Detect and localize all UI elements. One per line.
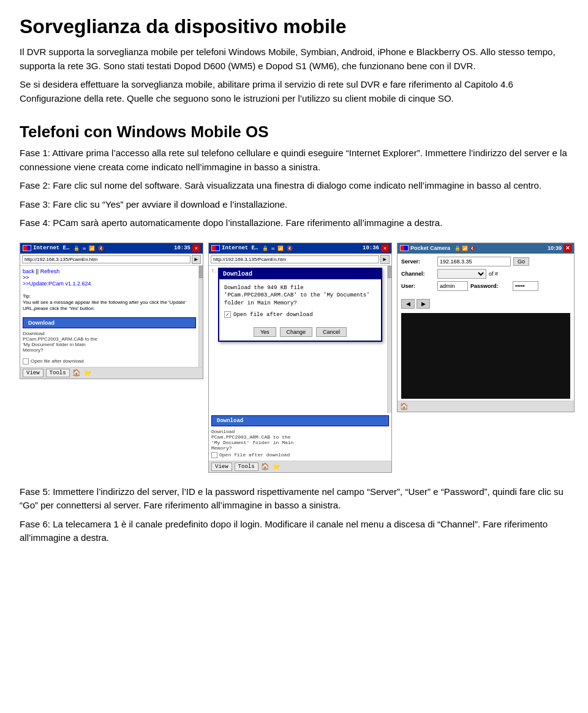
screen1-checkbox[interactable]	[23, 358, 29, 364]
dialog-checkbox[interactable]: ✓	[224, 311, 231, 318]
user-input[interactable]	[437, 281, 468, 291]
section1-p2: Fase 2: Fare clic sul nome del software.…	[20, 179, 568, 193]
refresh-link[interactable]: Refresh	[40, 268, 60, 274]
section1-p4: Fase 4: PCam sarà aperto automaticamente…	[20, 216, 568, 230]
screen3-time: 10:39	[548, 245, 562, 251]
section2-p5: Fase 5: Immettere l’indirizzo del server…	[20, 485, 568, 513]
screenshots-row: Internet E… 🔒 ✉ 📶 🔇 10:35 ✕ ▶ back || Re…	[20, 243, 568, 473]
intro-paragraph-1: Il DVR supporta la sorveglianza mobile p…	[20, 45, 568, 73]
screen2-open-after: Open file after download	[219, 452, 290, 458]
screen2-bottom-bar: View Tools 🏠 ⭐	[209, 461, 391, 472]
screen2-bottom-content: Download Download PCam.PPC2003_ARM.CAB t…	[209, 413, 391, 461]
of-label: of #	[489, 271, 498, 277]
screen2-scroll-thumb[interactable]	[388, 266, 392, 278]
screen1-bottom-bar: View Tools 🏠 ⭐	[20, 367, 203, 379]
section1-title: Telefoni con Windows Mobile OS	[20, 123, 568, 141]
back-link[interactable]: back	[23, 268, 34, 274]
screen3-flag-icon	[400, 245, 409, 251]
screen1-scrollbar[interactable]	[198, 266, 203, 367]
dialog-change-btn[interactable]: Change	[280, 327, 313, 337]
screen2-tools-btn[interactable]: Tools	[235, 462, 258, 471]
screen3-home-icon[interactable]: 🏠	[400, 402, 409, 410]
dialog-checkbox-label: Open file after download	[233, 311, 313, 319]
prev-btn[interactable]: ◀	[401, 299, 415, 309]
screen2-icons: 🔒 ✉ 📶 🔇	[262, 246, 292, 251]
screen1-star-icon[interactable]: ⭐	[83, 369, 92, 377]
screen3-form: Server: Go Channel: of # User: Password:	[398, 254, 574, 296]
screen3-nav-buttons: ◀ ▶	[398, 296, 574, 311]
screen2-close-icon[interactable]: ✕	[381, 244, 389, 252]
screen3-channel-row: Channel: of #	[401, 269, 570, 279]
download-dialog: Download Download the 949 KB file 'PCam.…	[218, 268, 382, 342]
windows-flag-icon	[23, 245, 31, 251]
screen2-scrollbar[interactable]	[387, 266, 391, 413]
screen3-server-row: Server: Go	[401, 257, 570, 266]
screen3-container: Pocket Camera 🔒 📶 🔇 10:39 ✕ Server: Go C…	[397, 243, 575, 412]
screen2-checkbox[interactable]	[211, 452, 217, 458]
screen1-go-btn[interactable]: ▶	[192, 255, 201, 264]
screen3-bottom-bar: 🏠	[398, 401, 574, 412]
tip-text: Tip:You will see a message appear like t…	[23, 293, 186, 311]
section1-p3: Fase 3: Fare clic su “Yes” per avviare i…	[20, 198, 568, 212]
screen2-titlebar: Internet E… 🔒 ✉ 📶 🔇 10:36 ✕	[209, 243, 391, 254]
screen3-user-row: User: Password:	[401, 281, 570, 291]
password-label: Password:	[470, 283, 510, 289]
section2-p6: Fase 6: La telecamera 1 è il canale pred…	[20, 518, 568, 545]
screen1-scroll-thumb[interactable]	[199, 266, 203, 278]
screen3-video-area	[401, 313, 570, 399]
screen1-home-icon[interactable]: 🏠	[72, 369, 81, 377]
channel-label: Channel:	[401, 271, 435, 277]
screen1-container: Internet E… 🔒 ✉ 📶 🔇 10:35 ✕ ▶ back || Re…	[20, 243, 203, 379]
screen1-open-after: Open file after download	[31, 358, 84, 364]
screen2-title-text: Internet E…	[222, 245, 258, 251]
dialog-title: Download	[219, 269, 381, 279]
screen1-download-info: Download PCam.PPC2003_ARM.CAB to the 'My…	[23, 331, 196, 364]
screen2-url-input[interactable]	[211, 255, 379, 263]
screen1-tools-btn[interactable]: Tools	[46, 369, 70, 377]
dialog-body-text: Download the 949 KB file 'PCam.PPC2003_A…	[224, 285, 370, 306]
screen3-title-text: Pocket Camera	[410, 245, 450, 251]
screen2-time: 10:36	[363, 245, 379, 251]
section1-p1: Fase 1: Attivare prima l’accesso alla re…	[20, 146, 568, 174]
screen3-status-icons: 🔒 📶 🔇	[454, 246, 475, 251]
screen2-blue-btn[interactable]: Download	[211, 415, 389, 426]
server-input[interactable]	[437, 257, 511, 266]
screen1-title-text: Internet E…	[33, 245, 69, 251]
screen2-container: Internet E… 🔒 ✉ 📶 🔇 10:36 ✕ ▶ T... Downl…	[208, 243, 392, 473]
screen1-view-btn[interactable]: View	[23, 369, 43, 377]
screen1-content-wrap: back || Refresh >> >>Update:PCam v1.1.2.…	[20, 266, 203, 367]
screen3-titlebar: Pocket Camera 🔒 📶 🔇 10:39 ✕	[398, 243, 574, 254]
update-link[interactable]: >>Update:PCam v1.1.2.624	[23, 281, 91, 287]
next-btn[interactable]: ▶	[417, 299, 430, 309]
arrow1: >>	[23, 274, 29, 281]
page-title: Sorveglianza da dispositivo mobile	[20, 15, 568, 38]
screen2-flag-icon	[211, 245, 220, 251]
screen2-download-info: Download PCam.PPC2003_ARM.CAB to the 'My…	[211, 429, 389, 458]
dialog-body: Download the 949 KB file 'PCam.PPC2003_A…	[219, 279, 381, 327]
screen3-close-icon[interactable]: ✕	[564, 244, 571, 252]
screen2-home-icon[interactable]: 🏠	[261, 462, 270, 470]
go-button[interactable]: Go	[513, 257, 529, 266]
password-input[interactable]	[513, 281, 538, 291]
screen1-close-icon[interactable]: ✕	[192, 244, 200, 252]
channel-select[interactable]	[437, 269, 486, 279]
dialog-yes-btn[interactable]: Yes	[254, 327, 276, 337]
screen1-blue-btn[interactable]: Download	[23, 317, 196, 328]
intro-paragraph-2: Se si desidera effettuare la sorveglianz…	[20, 78, 568, 105]
screen1-time: 10:35	[174, 245, 190, 251]
screen2-go-btn[interactable]: ▶	[380, 255, 390, 264]
screen1-address-bar: ▶	[20, 254, 203, 266]
screen1-titlebar: Internet E… 🔒 ✉ 📶 🔇 10:35 ✕	[20, 243, 203, 254]
server-label: Server:	[401, 258, 435, 265]
screen1-content: back || Refresh >> >>Update:PCam v1.1.2.…	[20, 266, 198, 367]
screen1-icons: 🔒 ✉ 📶 🔇	[74, 246, 104, 251]
dialog-checkbox-row: ✓ Open file after download	[224, 311, 376, 319]
dialog-buttons: Yes Change Cancel	[219, 327, 381, 341]
screen2-address-bar: ▶	[209, 254, 391, 266]
separator1: ||	[36, 268, 40, 274]
screen2-star-icon[interactable]: ⭐	[272, 462, 281, 470]
user-label: User:	[401, 283, 435, 289]
screen2-view-btn[interactable]: View	[211, 462, 232, 471]
dialog-cancel-btn[interactable]: Cancel	[316, 327, 347, 337]
screen1-url-input[interactable]	[22, 255, 190, 263]
